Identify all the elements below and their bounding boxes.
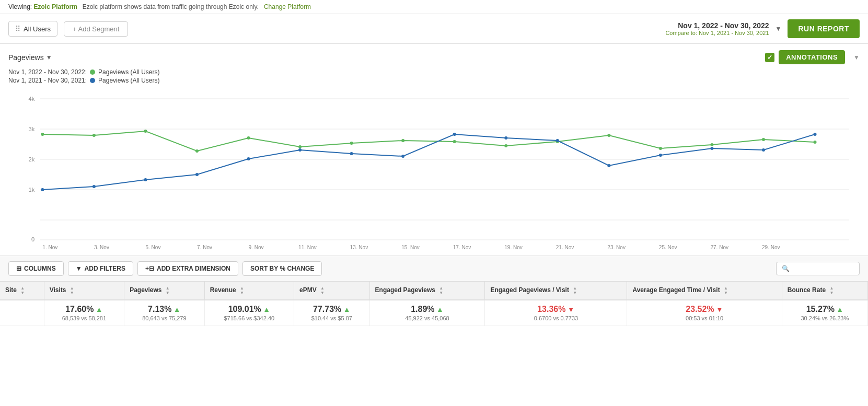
chart-section: Pageviews ▼ ANNOTATIONS ▼ Nov 1, 2022 - … (0, 44, 868, 256)
metric-select[interactable]: Pageviews ▼ (8, 53, 52, 62)
chart-options-dropdown-icon[interactable]: ▼ (853, 54, 860, 61)
add-filters-button[interactable]: ▼ ADD FILTERS (68, 261, 133, 276)
col-revenue[interactable]: Revenue ▲▼ (204, 282, 294, 300)
table-search-input[interactable] (776, 262, 860, 275)
engaged-pv-pct: 1.89% (411, 305, 434, 314)
revenue-pct: 109.01% (228, 305, 261, 314)
svg-point-32 (350, 142, 353, 145)
svg-point-41 (814, 141, 817, 144)
annotations-checkbox[interactable] (765, 53, 774, 62)
date-dropdown-arrow-icon[interactable]: ▼ (776, 25, 782, 32)
svg-point-48 (350, 152, 353, 155)
data-table: Site ▲▼ Visits ▲▼ Pageviews ▲▼ Revenue ▲… (0, 282, 868, 326)
svg-point-47 (298, 148, 302, 152)
svg-point-43 (92, 185, 96, 188)
compare-prefix: Compare to: (665, 30, 697, 36)
svg-point-33 (401, 139, 404, 142)
col-visits[interactable]: Visits ▲▼ (44, 282, 124, 300)
pageviews-pct: 7.13% (148, 305, 171, 314)
engaged-visit-arrow-icon: ▼ (568, 305, 575, 314)
platform-description: Ezoic platform shows data from traffic g… (83, 3, 259, 10)
table-header-row: Site ▲▼ Visits ▲▼ Pageviews ▲▼ Revenue ▲… (0, 282, 868, 300)
add-filters-label: ADD FILTERS (85, 265, 125, 272)
chart-legend: Nov 1, 2022 - Nov 30, 2022: Pageviews (A… (8, 68, 860, 84)
col-engaged-per-visit[interactable]: Engaged Pageviews / Visit ▲▼ (485, 282, 627, 300)
epmv-arrow-icon: ▲ (343, 305, 351, 314)
add-dimension-button[interactable]: +⊟ ADD EXTRA DIMENSION (137, 261, 238, 276)
epmv-sub: $10.44 vs $5.87 (299, 315, 364, 321)
run-report-button[interactable]: RUN REPORT (788, 19, 860, 38)
svg-text:25. Nov: 25. Nov (659, 245, 677, 250)
col-pageviews[interactable]: Pageviews ▲▼ (124, 282, 205, 300)
legend-label-current: Pageviews (All Users) (98, 68, 159, 76)
date-range-section: Nov 1, 2022 - Nov 30, 2022 Compare to: N… (665, 19, 860, 38)
svg-text:21. Nov: 21. Nov (556, 245, 574, 250)
avg-time-sub: 00:53 vs 01:10 (632, 315, 776, 321)
engaged-visit-sub: 0.6700 vs 0.7733 (490, 315, 621, 321)
svg-point-26 (41, 133, 44, 136)
all-users-segment[interactable]: ⠿ All Users (8, 21, 57, 37)
svg-point-34 (453, 140, 456, 143)
svg-point-28 (144, 130, 147, 133)
legend-item-compare: Nov 1, 2021 - Nov 30, 2021: Pageviews (A… (8, 77, 860, 84)
svg-point-42 (41, 188, 44, 191)
filter-icon: ▼ (76, 265, 82, 272)
chart-line-blue (42, 134, 815, 190)
svg-point-39 (710, 143, 713, 146)
svg-text:13. Nov: 13. Nov (350, 245, 368, 250)
sort-by-change-button[interactable]: SORT BY % CHANGE (242, 261, 322, 276)
svg-text:27. Nov: 27. Nov (710, 245, 728, 250)
svg-point-54 (659, 154, 662, 157)
pageviews-sub: 80,643 vs 75,279 (130, 315, 199, 321)
svg-text:15. Nov: 15. Nov (401, 245, 420, 250)
svg-text:1k: 1k (29, 187, 35, 193)
legend-dot-blue (90, 78, 95, 83)
annotations-area: ANNOTATIONS ▼ (765, 50, 860, 64)
viewing-bar: Viewing: Ezoic Platform Ezoic platform s… (0, 0, 868, 14)
svg-text:11. Nov: 11. Nov (298, 245, 317, 250)
avg-time-arrow-icon: ▼ (716, 305, 723, 314)
col-engaged-pageviews[interactable]: Engaged Pageviews ▲▼ (369, 282, 485, 300)
svg-point-50 (453, 133, 456, 136)
date-range-box: Nov 1, 2022 - Nov 30, 2022 Compare to: N… (665, 21, 769, 36)
bounce-rate-sub: 30.24% vs 26.23% (788, 315, 862, 321)
legend-dot-green (90, 69, 95, 75)
cell-visits: 17.60% ▲ 68,539 vs 58,281 (44, 300, 124, 326)
svg-point-56 (762, 148, 765, 152)
columns-button[interactable]: ⊞ COLUMNS (8, 261, 64, 276)
change-platform-link[interactable]: Change Platform (264, 3, 311, 10)
svg-point-29 (195, 149, 199, 153)
col-avg-engaged-time[interactable]: Average Engaged Time / Visit ▲▼ (627, 282, 782, 300)
toolbar: ⊞ COLUMNS ▼ ADD FILTERS +⊟ ADD EXTRA DIM… (0, 256, 868, 282)
bounce-rate-pct: 15.27% (806, 305, 835, 314)
svg-text:23. Nov: 23. Nov (607, 245, 626, 250)
chart-header: Pageviews ▼ ANNOTATIONS ▼ (8, 50, 860, 64)
sort-label: SORT BY % CHANGE (250, 265, 314, 272)
date-range-compare: Compare to: Nov 1, 2021 - Nov 30, 2021 (665, 30, 769, 36)
svg-point-46 (247, 157, 250, 160)
cell-site (0, 300, 44, 326)
annotations-button[interactable]: ANNOTATIONS (779, 50, 845, 64)
table-wrapper: Site ▲▼ Visits ▲▼ Pageviews ▲▼ Revenue ▲… (0, 282, 868, 326)
svg-point-49 (401, 155, 404, 158)
visits-pct: 17.60% (65, 305, 94, 314)
col-site[interactable]: Site ▲▼ (0, 282, 44, 300)
epmv-pct: 77.73% (313, 305, 341, 314)
legend-period-current: Nov 1, 2022 - Nov 30, 2022: (8, 68, 87, 76)
svg-text:17. Nov: 17. Nov (453, 245, 471, 250)
col-epmv[interactable]: ePMV ▲▼ (294, 282, 369, 300)
revenue-arrow-icon: ▲ (263, 305, 270, 314)
col-bounce-rate[interactable]: Bounce Rate ▲▼ (782, 282, 867, 300)
legend-label-compare: Pageviews (All Users) (98, 77, 159, 84)
svg-point-45 (195, 173, 199, 176)
viewing-label: Viewing: (8, 3, 32, 10)
svg-point-35 (504, 144, 507, 147)
cell-engaged-per-visit: 13.36% ▼ 0.6700 vs 0.7733 (485, 300, 627, 326)
svg-point-44 (144, 178, 147, 181)
add-segment-button[interactable]: + Add Segment (64, 21, 128, 37)
metric-label: Pageviews (8, 53, 44, 62)
svg-point-51 (504, 136, 507, 140)
segment-dots-icon: ⠿ (15, 25, 20, 33)
cell-pageviews: 7.13% ▲ 80,643 vs 75,279 (124, 300, 205, 326)
columns-label: COLUMNS (24, 265, 56, 272)
